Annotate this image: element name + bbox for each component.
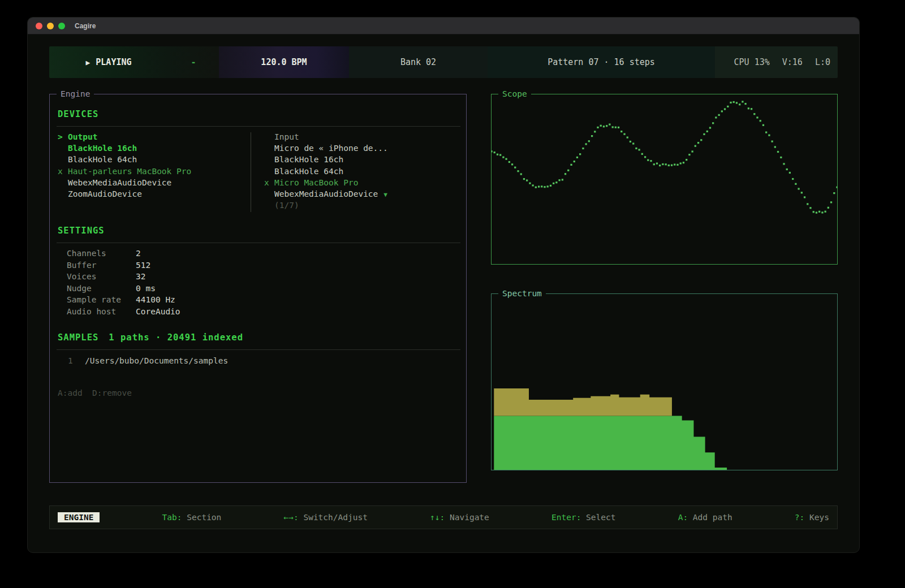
active-marker: x [264,178,274,189]
setting-value: CoreAudio [136,307,180,319]
output-column-header[interactable]: > Output [58,132,251,144]
samples-section: SAMPLES 1 paths · 20491 indexed 1 /Users… [50,332,466,397]
setting-label: Buffer [67,261,136,273]
app-window: Cagire ▶ PLAYING - 120.0 BPM Bank 02 Pat… [27,17,860,553]
more-below-icon: ▼ [383,189,387,201]
scope-panel: Scope [491,94,838,265]
path-index: 1 [68,356,85,365]
cpu-usage: CPU 13% [734,57,770,67]
input-device-list: Input Micro de « iPhone de... BlackHole … [251,132,466,212]
device-item[interactable]: BlackHole 64ch [58,155,251,166]
input-pagination: (1/7) [264,201,466,212]
bottom-bar: ENGINE Tab: Section ←→: Switch/Adjust ↑↓… [49,505,838,529]
bpm-display: 120.0 BPM [219,46,349,78]
shortcut-add-path: A: Add path [678,513,732,522]
pattern-display: Pattern 07 · 16 steps [488,46,715,78]
path-value: /Users/bubo/Documents/samples [85,356,228,365]
setting-row[interactable]: Buffer 512 [67,261,466,273]
device-item[interactable]: ZoomAudioDevice [58,189,251,201]
spectrum-chart [492,294,837,470]
setting-row[interactable]: Sample rate 44100 Hz [67,295,466,307]
engine-panel: Engine DEVICES > Output BlackHole [49,94,467,483]
settings-heading: SETTINGS [58,226,466,236]
device-item[interactable]: BlackHole 64ch [264,167,466,178]
devices-section: DEVICES > Output BlackHole 16ch [50,109,466,212]
device-item[interactable]: x Haut-parleurs MacBook Pro [58,167,251,178]
shortcut-tab: Tab: Section [162,513,222,522]
status-bar: ▶ PLAYING - 120.0 BPM Bank 02 Pattern 07… [49,46,838,78]
device-item[interactable]: WebexMediaAudioDevice [58,178,251,189]
setting-label: Voices [67,272,136,284]
setting-value: 32 [136,272,145,284]
device-item[interactable]: WebexMediaAudioDevice ▼ [264,189,466,201]
device-item[interactable]: x Micro MacBook Pro [264,178,466,189]
setting-label: Nudge [67,284,136,296]
spectrum-panel: Spectrum [491,293,838,470]
divider [57,126,460,127]
setting-label: Audio host [67,307,136,319]
setting-label: Channels [67,249,136,261]
setting-value: 512 [136,261,150,273]
samples-hint: A:add D:remove [50,388,466,397]
setting-value: 2 [136,249,141,261]
devices-heading: DEVICES [58,109,466,119]
window-title: Cagire [75,22,96,30]
shortcut-keys: ?: Keys [795,513,829,522]
shortcut-select: Enter: Select [551,513,616,522]
output-device-list: > Output BlackHole 16ch BlackHole 64ch [50,132,251,212]
device-item[interactable]: BlackHole 16ch [58,144,251,155]
setting-row[interactable]: Voices 32 [67,272,466,284]
zoom-button[interactable] [58,23,65,29]
cpu-stats: CPU 13% V:16 L:0 [715,46,838,78]
device-item[interactable]: Micro de « iPhone de... [264,144,466,155]
input-column-header[interactable]: Input [264,132,466,144]
tick-indicator: - [168,46,219,78]
mode-badge[interactable]: ENGINE [58,512,100,522]
voice-count: V:16 [782,57,803,67]
samples-summary: 1 paths · 20491 indexed [109,332,243,343]
scope-waveform [492,94,837,264]
shortcut-navigate: ↑↓: Navigate [430,513,489,522]
setting-value: 0 ms [136,284,156,296]
scope-panel-label: Scope [498,89,531,98]
shortcut-switch-adjust: ←→: Switch/Adjust [283,513,367,522]
cursor-icon: > [58,132,68,144]
sample-path-row[interactable]: 1 /Users/bubo/Documents/samples [50,356,466,365]
left-right-arrows-icon: ←→ [283,513,293,522]
setting-row[interactable]: Audio host CoreAudio [67,307,466,319]
close-button[interactable] [36,23,42,29]
samples-heading: SAMPLES [58,332,98,343]
transport-label: PLAYING [96,57,131,67]
minimize-button[interactable] [47,23,54,29]
device-item[interactable]: BlackHole 16ch [264,155,466,166]
divider [57,349,460,350]
setting-value: 44100 Hz [136,295,175,307]
setting-label: Sample rate [67,295,136,307]
setting-row[interactable]: Channels 2 [67,249,466,261]
settings-section: SETTINGS Channels 2 Buffer 512 Voices [50,226,466,318]
transport-status: ▶ PLAYING [49,46,168,78]
setting-row[interactable]: Nudge 0 ms [67,284,466,296]
traffic-lights [36,23,65,29]
up-down-arrows-icon: ↑↓ [430,513,439,522]
active-marker: x [58,167,68,178]
divider [57,243,460,243]
play-icon: ▶ [85,58,90,67]
spectrum-panel-label: Spectrum [498,289,546,298]
engine-panel-label: Engine [57,89,94,98]
bank-display: Bank 02 [349,46,488,78]
titlebar: Cagire [28,18,859,34]
latency-count: L:0 [815,57,830,67]
